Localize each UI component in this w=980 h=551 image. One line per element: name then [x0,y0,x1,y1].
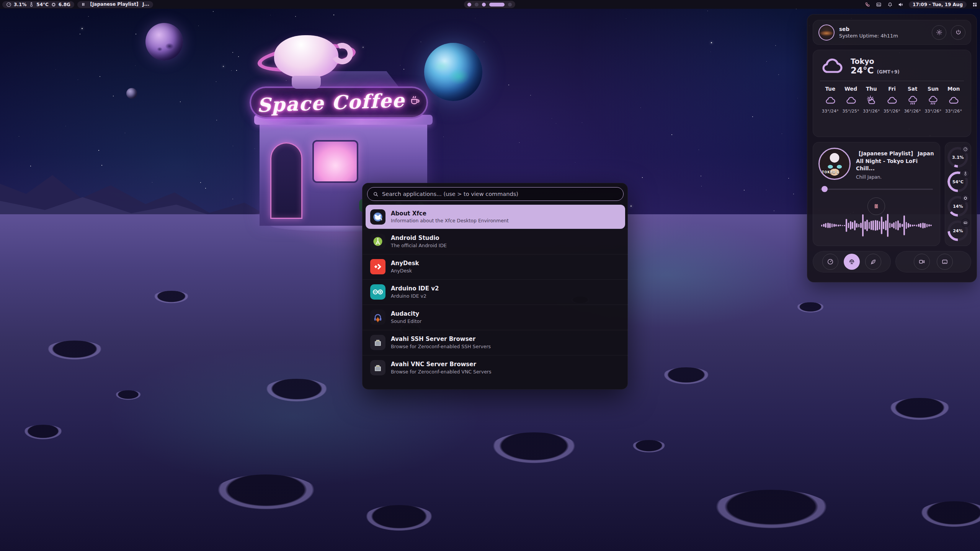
coffee-cup-icon [409,94,421,107]
app-subtitle: The official Android IDE [391,243,447,248]
temperature-icon [29,2,34,7]
volume-icon[interactable] [898,2,903,7]
app-list: About Xfce Information about the Xfce De… [363,205,628,380]
app-subtitle: Browse for Zeroconf-enabled SSH Servers [391,344,491,349]
capture-group [895,251,971,272]
weather-forecast: Tue 33°/24° Wed 35°/25° Thu 33°/26° Fri … [819,86,965,114]
screenshot-icon [941,258,948,265]
app-subtitle: Browse for Zeroconf-enabled VNC Servers [391,369,491,375]
power-profile-group [813,251,891,272]
workspace-switcher[interactable] [464,1,515,8]
performance-profile-button[interactable] [822,254,838,270]
settings-button[interactable] [932,25,946,40]
album-art[interactable]: TOKYO L [818,148,851,180]
android-studio-app-icon [370,234,385,249]
music-player-widget: TOKYO L 【Japanese Playlist】 Japan All Ni… [813,142,940,246]
avahi-ssh-app-icon [370,335,385,350]
app-title: AnyDesk [391,260,419,267]
system-stats-pill[interactable]: 3.1% 54°C 6.8G [2,1,74,8]
earth-planet [424,43,482,101]
app-title: Audacity [391,310,421,318]
weather-timezone: (GMT+9) [877,69,899,75]
cafe-door [270,142,302,219]
audio-waveform [818,212,934,239]
app-row-arduino-ide[interactable]: Arduino IDE v2 Arduino IDE v2 [363,279,628,305]
leaf-icon [870,258,877,265]
arduino-app-icon [370,284,385,300]
search-box[interactable] [367,187,624,201]
cloud-icon [821,57,844,75]
anydesk-app-icon [370,259,385,274]
scales-icon [848,258,855,265]
cpu-usage-value: 3.1% [14,2,26,7]
avahi-vnc-app-icon [370,360,385,375]
disk-gauge: 24% [947,220,968,241]
workspace-dot-4[interactable] [489,3,505,7]
top-bar: 3.1% 54°C 6.8G 【Japanese Playlist】 J... … [0,0,980,9]
temperature-value: 54°C [36,2,49,7]
clock[interactable]: 17:09 - Tue, 19 Aug [909,1,967,8]
app-subtitle: Arduino IDE v2 [391,293,439,299]
wallpaper-icon[interactable] [875,2,882,7]
app-subtitle: Information about the Xfce Desktop Envir… [391,218,509,223]
tray-phone-icon[interactable] [865,2,870,7]
workspace-dot-3[interactable] [482,3,486,7]
workspace-dot-2[interactable] [475,3,479,7]
track-title: 【Japanese Playlist】 Japan All Night - To… [856,150,934,173]
app-row-anydesk[interactable]: AnyDesk AnyDesk [363,254,628,279]
xfce-app-icon [370,209,385,225]
app-subtitle: Sound Editor [391,318,421,324]
cpu-usage-icon [6,2,11,7]
app-title: Avahi VNC Server Browser [391,361,491,368]
weather-city: Tokyo [851,57,900,65]
pause-icon [81,2,85,7]
weather-day-icon [907,95,918,106]
weather-day-icon [825,95,836,106]
forecast-day: Tue 33°/24° [820,86,841,114]
weather-widget: Tokyo 24°C (GMT+9) Tue 33°/24° Wed 35°/2… [813,50,971,137]
weather-day-icon [866,95,877,106]
workspace-dot-1[interactable] [467,3,471,7]
screen-record-button[interactable] [914,254,930,270]
temperature-gauge: 54°C [947,171,968,192]
control-center-panel: seb System Uptime: 4h11m Tokyo 24°C (GMT… [807,14,977,282]
weather-day-icon [927,95,939,106]
forecast-day: Sat 36°/26° [902,86,923,114]
audacity-app-icon [370,310,385,325]
neon-sign: Space Coffee [250,86,428,119]
track-artist: Chill Japan. [856,174,934,180]
app-row-about-xfce[interactable]: About Xfce Information about the Xfce De… [366,205,625,229]
forecast-day: Sun 33°/26° [923,86,944,114]
now-playing-label: 【Japanese Playlist】 J... [88,1,149,8]
app-grid-icon[interactable] [972,2,978,7]
app-subtitle: AnyDesk [391,268,419,274]
power-icon [955,29,962,36]
cafe-window [312,140,358,183]
power-saver-profile-button[interactable] [865,254,881,270]
memory-icon [961,194,970,202]
forecast-day: Mon 33°/26° [943,86,964,114]
avatar[interactable] [818,24,835,41]
video-camera-icon [918,258,925,265]
neon-sign-text: Space Coffee [256,89,405,116]
search-input[interactable] [382,191,618,197]
app-title: Avahi SSH Server Browser [391,336,491,343]
app-title: Arduino IDE v2 [391,285,439,292]
username: seb [839,26,927,32]
seek-thumb[interactable] [822,186,828,192]
workspace-dot-5[interactable] [508,3,512,7]
power-button[interactable] [951,25,965,40]
app-row-avahi-ssh[interactable]: Avahi SSH Server Browser Browse for Zero… [363,330,628,355]
notifications-bell-icon[interactable] [887,2,893,7]
memory-value: 6.8G [59,2,70,7]
cpu-gauge: 3.1% [947,147,968,168]
app-row-android-studio[interactable]: Android Studio The official Android IDE [363,229,628,254]
balanced-profile-button[interactable] [844,254,860,270]
speedometer-icon [827,258,834,265]
app-row-audacity[interactable]: Audacity Sound Editor [363,305,628,330]
seek-slider[interactable] [820,186,933,192]
app-row-avahi-vnc[interactable]: Avahi VNC Server Browser Browse for Zero… [363,355,628,380]
now-playing-pill[interactable]: 【Japanese Playlist】 J... [77,1,153,8]
pause-icon [873,203,879,209]
screenshot-button[interactable] [937,254,953,270]
